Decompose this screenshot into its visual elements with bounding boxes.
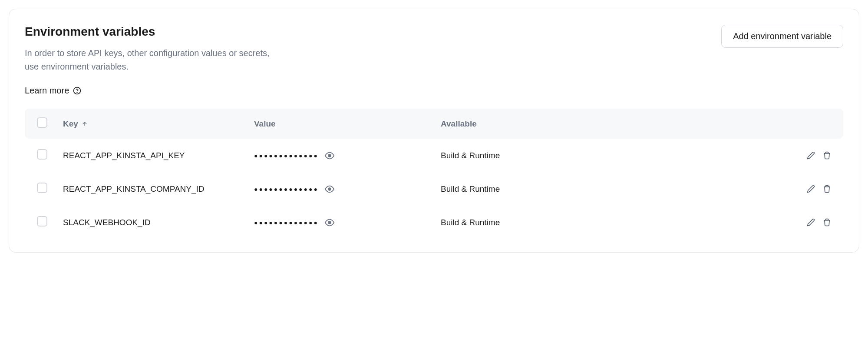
availability: Build & Runtime xyxy=(441,218,500,227)
masked-value: ●●●●●●●●●●●●● xyxy=(254,152,319,159)
column-header-value: Value xyxy=(254,119,441,129)
help-icon xyxy=(73,87,81,95)
add-environment-variable-button[interactable]: Add environment variable xyxy=(721,25,843,48)
env-key: REACT_APP_KINSTA_API_KEY xyxy=(63,151,185,160)
row-checkbox[interactable] xyxy=(37,183,47,193)
edit-icon[interactable] xyxy=(807,218,815,226)
row-checkbox[interactable] xyxy=(37,149,47,160)
card-header: Environment variables In order to store … xyxy=(25,25,843,96)
table-row: REACT_APP_KINSTA_API_KEY ●●●●●●●●●●●●● B… xyxy=(25,139,843,172)
edit-icon[interactable] xyxy=(807,151,815,160)
header-checkbox-cell xyxy=(37,117,63,130)
column-key-label: Key xyxy=(63,119,78,129)
learn-more-label: Learn more xyxy=(25,86,69,96)
masked-value: ●●●●●●●●●●●●● xyxy=(254,219,319,226)
env-key: REACT_APP_KINSTA_COMPANY_ID xyxy=(63,184,205,194)
env-vars-table: Key Value Available REACT_APP_KINSTA_API… xyxy=(25,109,843,239)
edit-icon[interactable] xyxy=(807,185,815,193)
reveal-icon[interactable] xyxy=(325,218,334,227)
svg-point-4 xyxy=(328,221,331,224)
environment-variables-card: Environment variables In order to store … xyxy=(9,9,859,253)
env-key: SLACK_WEBHOOK_ID xyxy=(63,218,151,227)
table-header-row: Key Value Available xyxy=(25,109,843,139)
select-all-checkbox[interactable] xyxy=(37,117,47,128)
delete-icon[interactable] xyxy=(823,185,831,193)
delete-icon[interactable] xyxy=(823,151,831,160)
delete-icon[interactable] xyxy=(823,218,831,226)
header-left: Environment variables In order to store … xyxy=(25,25,285,96)
column-header-key[interactable]: Key xyxy=(63,119,254,129)
svg-point-2 xyxy=(328,154,331,157)
svg-point-1 xyxy=(77,92,77,93)
page-description: In order to store API keys, other config… xyxy=(25,47,285,73)
masked-value: ●●●●●●●●●●●●● xyxy=(254,186,319,193)
reveal-icon[interactable] xyxy=(325,184,334,194)
availability: Build & Runtime xyxy=(441,184,500,193)
svg-point-3 xyxy=(328,188,331,190)
row-checkbox[interactable] xyxy=(37,216,47,226)
page-title: Environment variables xyxy=(25,25,285,39)
table-row: REACT_APP_KINSTA_COMPANY_ID ●●●●●●●●●●●●… xyxy=(25,172,843,206)
learn-more-link[interactable]: Learn more xyxy=(25,86,81,96)
availability: Build & Runtime xyxy=(441,151,500,160)
table-row: SLACK_WEBHOOK_ID ●●●●●●●●●●●●● Build & R… xyxy=(25,206,843,239)
sort-ascending-icon xyxy=(82,121,88,127)
reveal-icon[interactable] xyxy=(325,151,334,160)
column-header-available: Available xyxy=(441,119,792,129)
